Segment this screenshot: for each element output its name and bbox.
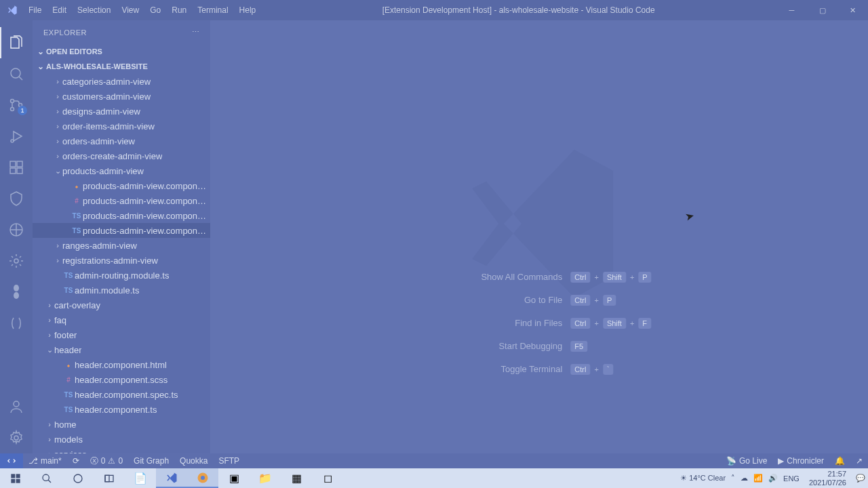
menu-help[interactable]: Help — [235, 5, 261, 15]
folder-services[interactable]: ›services — [33, 447, 210, 453]
folder-customers-admin-view[interactable]: ›customers-admin-view — [33, 89, 210, 104]
windows-taskbar: 📄 ▣ 📁 ▦ ◻ ☀ 14°C Clear ˄ ☁ 📶 🔊 ENG 21:57… — [0, 468, 868, 488]
source-control-icon[interactable]: 1 — [0, 89, 33, 121]
activity-item-9-icon[interactable] — [0, 308, 33, 339]
taskbar-app-1[interactable]: 📄 — [125, 468, 156, 488]
folder-orders-admin-view[interactable]: ›orders-admin-view — [33, 134, 210, 148]
git-branch[interactable]: ⎇ main* — [23, 453, 67, 468]
folder-cart-overlay[interactable]: ›cart-overlay — [33, 298, 210, 312]
chronicler[interactable]: ▶ Chronicler — [772, 453, 829, 468]
svg-point-13 — [14, 401, 19, 407]
svg-point-11 — [14, 285, 19, 291]
folder-order-items-admin-view[interactable]: ›order-items-admin-view — [33, 119, 210, 134]
tray-network-icon[interactable]: 📶 — [753, 474, 763, 483]
taskbar-app-7[interactable]: ◻ — [312, 468, 343, 488]
menu-terminal[interactable]: Terminal — [193, 5, 233, 15]
search-icon[interactable] — [0, 58, 33, 89]
key: P — [638, 272, 651, 283]
svg-point-12 — [14, 292, 19, 299]
git-graph[interactable]: Git Graph — [128, 453, 174, 468]
tray-volume-icon[interactable]: 🔊 — [768, 474, 778, 483]
run-debug-icon[interactable] — [0, 121, 33, 152]
project-label: ALS-WHOLESALE-WEBSITE — [46, 62, 148, 70]
explorer-icon[interactable] — [0, 27, 33, 58]
menu-go[interactable]: Go — [145, 5, 165, 15]
shortcut-row: Go to FileCtrl+P — [427, 295, 651, 306]
welcome-shortcuts: Show All CommandsCtrl+Shift+PGo to FileC… — [427, 272, 651, 375]
search-button[interactable] — [31, 468, 62, 488]
svg-rect-18 — [16, 479, 20, 483]
menu-view[interactable]: View — [117, 5, 144, 15]
file-admin.module.ts[interactable]: TSadmin.module.ts — [33, 283, 210, 298]
sync-icon[interactable]: ⟳ — [67, 453, 85, 468]
folder-registrations-admin-view[interactable]: ›registrations-admin-view — [33, 253, 210, 268]
feedback-icon[interactable]: ↗ — [850, 453, 868, 468]
folder-designs-admin-view[interactable]: ›designs-admin-view — [33, 104, 210, 119]
activity-item-6-icon[interactable] — [0, 214, 33, 245]
minimize-button[interactable]: ─ — [776, 0, 807, 20]
extensions-icon[interactable] — [0, 152, 33, 183]
remote-indicator[interactable] — [0, 453, 23, 468]
shortcut-label: Start Debugging — [427, 341, 562, 351]
folder-products-admin-view[interactable]: ⌄products-admin-view — [33, 163, 210, 178]
activity-item-5-icon[interactable] — [0, 183, 33, 214]
activity-item-8-icon[interactable] — [0, 277, 33, 308]
tray-language[interactable]: ENG — [783, 474, 800, 483]
taskbar-vscode[interactable] — [156, 468, 187, 488]
taskbar-app-6[interactable]: ▦ — [281, 468, 312, 488]
file-products-admin-view.component.s...[interactable]: TSproducts-admin-view.component.s... — [33, 208, 210, 223]
vscode-logo-icon — [0, 5, 24, 16]
menu-edit[interactable]: Edit — [47, 5, 71, 15]
tray-notifications-icon[interactable]: 💬 — [856, 474, 865, 483]
shortcut-row: Toggle TerminalCtrl+` — [427, 364, 651, 375]
taskbar-app-4[interactable]: ▣ — [218, 468, 250, 488]
settings-gear-icon[interactable] — [0, 422, 33, 453]
folder-header[interactable]: ⌄header — [33, 342, 210, 357]
problems[interactable]: ⓧ 0 ⚠ 0 — [85, 453, 128, 468]
menu-selection[interactable]: Selection — [73, 5, 115, 15]
svg-point-0 — [11, 68, 20, 78]
folder-home[interactable]: ›home — [33, 417, 210, 432]
tray-clock[interactable]: 21:572021/07/26 — [805, 470, 850, 486]
cortana-button[interactable] — [94, 468, 125, 488]
folder-models[interactable]: ›models — [33, 432, 210, 447]
weather-widget[interactable]: ☀ 14°C Clear — [680, 474, 726, 483]
file-products-admin-view.component.s...[interactable]: #products-admin-view.component.s... — [33, 193, 210, 208]
go-live[interactable]: 📡 Go Live — [721, 453, 772, 468]
quokka[interactable]: Quokka — [174, 453, 213, 468]
task-view-button[interactable] — [62, 468, 94, 488]
activity-item-7-icon[interactable] — [0, 245, 33, 277]
folder-orders-create-admin-view[interactable]: ›orders-create-admin-view — [33, 148, 210, 163]
file-products-admin-view.component.h...[interactable]: ⬥products-admin-view.component.h... — [33, 178, 210, 193]
accounts-icon[interactable] — [0, 391, 33, 422]
file-header.component.ts[interactable]: TSheader.component.ts — [33, 402, 210, 417]
open-editors-section[interactable]: ⌄OPEN EDITORS — [33, 44, 210, 59]
menu-run[interactable]: Run — [167, 5, 191, 15]
taskbar-chrome[interactable] — [187, 468, 218, 488]
folder-ranges-admin-view[interactable]: ›ranges-admin-view — [33, 238, 210, 253]
folder-categories-admin-view[interactable]: ›categories-admin-view — [33, 74, 210, 89]
close-button[interactable]: ✕ — [837, 0, 868, 20]
file-header.component.spec.ts[interactable]: TSheader.component.spec.ts — [33, 387, 210, 402]
folder-footer[interactable]: ›footer — [33, 327, 210, 342]
tray-onedrive-icon[interactable]: ☁ — [741, 474, 748, 483]
maximize-button[interactable]: ▢ — [807, 0, 837, 20]
file-header.component.html[interactable]: ⬥header.component.html — [33, 357, 210, 372]
notifications-icon[interactable]: 🔔 — [829, 453, 850, 468]
folder-faq[interactable]: ›faq — [33, 312, 210, 327]
start-button[interactable] — [0, 468, 31, 488]
tray-chevron-icon[interactable]: ˄ — [731, 474, 735, 483]
shortcut-row: Show All CommandsCtrl+Shift+P — [427, 272, 651, 283]
key: ` — [603, 364, 614, 375]
file-admin-routing.module.ts[interactable]: TSadmin-routing.module.ts — [33, 268, 210, 283]
explorer-more-icon[interactable]: ⋯ — [192, 28, 200, 37]
status-bar: ⎇ main* ⟳ ⓧ 0 ⚠ 0 Git Graph Quokka SFTP … — [0, 453, 868, 468]
project-section[interactable]: ⌄ALS-WHOLESALE-WEBSITE — [33, 59, 210, 74]
menu-file[interactable]: File — [24, 5, 46, 15]
taskbar-explorer[interactable]: 📁 — [250, 468, 281, 488]
file-header.component.scss[interactable]: #header.component.scss — [33, 372, 210, 387]
file-products-admin-view.component.ts[interactable]: TSproducts-admin-view.component.ts — [33, 223, 210, 238]
sftp[interactable]: SFTP — [213, 453, 245, 468]
menu-bar: File Edit Selection View Go Run Terminal… — [24, 5, 260, 15]
svg-point-4 — [11, 140, 14, 142]
